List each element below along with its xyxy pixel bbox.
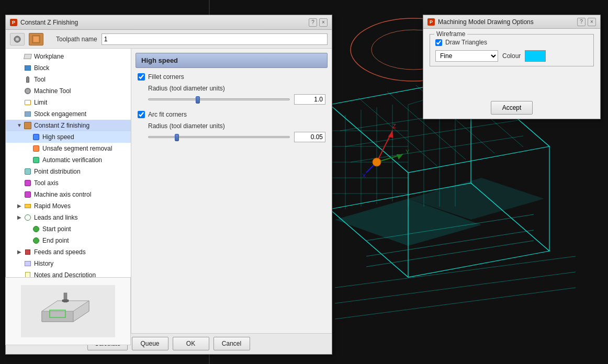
point-dist-icon <box>24 168 32 175</box>
tree-limit[interactable]: Limit <box>6 97 131 108</box>
tree-label-block: Block <box>34 63 49 73</box>
fine-select[interactable]: Fine Medium Coarse <box>435 50 498 62</box>
colour-label: Colour <box>502 52 521 60</box>
tree-leads[interactable]: ▶ Leads and links <box>6 212 131 223</box>
second-dialog-titlebar: P Machining Model Drawing Options ? × <box>423 15 600 29</box>
tree-start-point[interactable]: Start point <box>6 223 131 235</box>
svg-rect-51 <box>33 37 39 42</box>
toolpath-name-label: Toolpath name <box>56 36 97 43</box>
tree-point-dist[interactable]: Point distribution <box>6 166 131 177</box>
high-speed-icon <box>32 133 40 141</box>
title-left: P Constant Z Finishing <box>10 19 78 26</box>
expand-limit <box>16 99 22 106</box>
icon-btn-2[interactable] <box>29 33 43 46</box>
tree-high-speed[interactable]: High speed <box>6 131 131 143</box>
constant-z-icon <box>24 122 32 129</box>
ok-button[interactable]: OK <box>173 337 209 350</box>
tree-tool[interactable]: Tool <box>6 74 131 85</box>
machine-tool-icon <box>24 87 32 95</box>
main-dialog-title: Constant Z Finishing <box>20 19 78 26</box>
tree-machine-axis[interactable]: Machine axis control <box>6 189 131 200</box>
second-dialog-title: Machining Model Drawing Options <box>438 18 534 26</box>
tree-label-limit: Limit <box>34 98 47 107</box>
accept-button[interactable]: Accept <box>491 101 533 115</box>
second-dialog: P Machining Model Drawing Options ? × Wi… <box>423 15 601 119</box>
radius-slider-2[interactable] <box>148 136 290 138</box>
radius-label-2: Radius (tool diameter units) <box>138 122 325 130</box>
tree-label-feeds: Feeds and speeds <box>34 247 86 257</box>
icon-btn-1[interactable] <box>10 33 25 46</box>
history-icon <box>24 260 32 267</box>
tree-label-point-dist: Point distribution <box>34 167 81 176</box>
tree-label-history: History <box>34 259 53 268</box>
tree-auto-verify[interactable]: Automatic verification <box>6 154 131 166</box>
fine-row: Fine Medium Coarse Colour <box>435 50 588 62</box>
feeds-icon <box>24 248 32 256</box>
svg-marker-54 <box>42 311 73 322</box>
help-button[interactable]: ? <box>309 18 317 27</box>
expand-stock <box>16 111 22 117</box>
tree-label-machine-axis: Machine axis control <box>34 190 91 199</box>
expand-tool <box>16 76 22 83</box>
expand-start-point <box>25 226 31 232</box>
machine-axis-icon <box>24 191 32 198</box>
expand-constant-z[interactable]: ▼ <box>16 122 22 129</box>
tree-tool-axis[interactable]: Tool axis <box>6 177 131 189</box>
radius-value-1[interactable] <box>294 94 325 105</box>
draw-triangles-label: Draw Triangles <box>445 39 487 46</box>
accept-row: Accept <box>423 99 600 119</box>
radius-slider-1[interactable] <box>148 98 290 100</box>
draw-triangles-row: Draw Triangles <box>435 39 588 46</box>
expand-high-speed <box>25 134 31 140</box>
second-help-button[interactable]: ? <box>577 18 586 26</box>
second-close-button[interactable]: × <box>588 18 596 26</box>
cancel-button[interactable]: Cancel <box>213 337 250 350</box>
limit-icon <box>24 99 32 106</box>
second-dialog-body: Wireframe Draw Triangles Fine Medium Coa… <box>423 29 600 99</box>
queue-button[interactable]: Queue <box>132 337 168 350</box>
arc-fit-checkbox[interactable] <box>138 111 145 118</box>
tree-label-tool: Tool <box>34 75 46 84</box>
draw-triangles-checkbox[interactable] <box>435 39 442 46</box>
expand-machine-tool <box>16 88 22 94</box>
tree-unsafe[interactable]: Unsafe segment removal <box>6 143 131 154</box>
radius-label-1: Radius (tool diameter units) <box>138 85 325 92</box>
powermill-icon: P <box>10 19 17 26</box>
expand-unsafe <box>25 145 31 152</box>
auto-verify-icon <box>32 156 40 164</box>
tree-constant-z[interactable]: ▼ Constant Z finishing <box>6 120 131 131</box>
tree-end-point[interactable]: End point <box>6 235 131 246</box>
tree-rapid[interactable]: ▶ Rapid Moves <box>6 200 131 212</box>
fillet-corners-checkbox[interactable] <box>138 73 145 81</box>
end-point-icon <box>32 237 40 244</box>
tree-label-unsafe: Unsafe segment removal <box>42 144 112 153</box>
svg-point-43 <box>373 158 381 166</box>
colour-swatch[interactable] <box>525 50 546 62</box>
close-button[interactable]: × <box>319 18 328 27</box>
tree-history[interactable]: History <box>6 258 131 269</box>
svg-text:X: X <box>362 173 366 179</box>
tree-block[interactable]: Block <box>6 62 131 74</box>
fillet-corners-row: Fillet corners <box>138 73 325 81</box>
tree-machine-tool[interactable]: Machine Tool <box>6 85 131 97</box>
block-icon <box>24 64 32 72</box>
wireframe-label: Wireframe <box>434 30 467 38</box>
expand-feeds[interactable]: ▶ <box>16 249 22 255</box>
tool-axis-icon <box>24 179 32 187</box>
slider-row-1 <box>138 94 325 105</box>
tree-label-start-point: Start point <box>42 224 71 234</box>
tree-label-rapid: Rapid Moves <box>34 201 71 211</box>
tree-workplane[interactable]: Workplane <box>6 51 131 62</box>
toolpath-name-input[interactable] <box>102 33 328 45</box>
tree-feeds[interactable]: ▶ Feeds and speeds <box>6 246 131 258</box>
title-buttons: ? × <box>309 18 328 27</box>
expand-rapid[interactable]: ▶ <box>16 203 22 209</box>
slider-row-2 <box>138 132 325 142</box>
leads-icon <box>24 214 32 221</box>
radius-value-2[interactable] <box>294 132 325 142</box>
stock-icon <box>24 110 32 118</box>
tree-label-auto-verify: Automatic verification <box>42 155 102 165</box>
tree-stock[interactable]: Stock engagement <box>6 108 131 120</box>
expand-leads[interactable]: ▶ <box>16 214 22 221</box>
arc-fit-row: Arc fit corners <box>138 111 325 118</box>
